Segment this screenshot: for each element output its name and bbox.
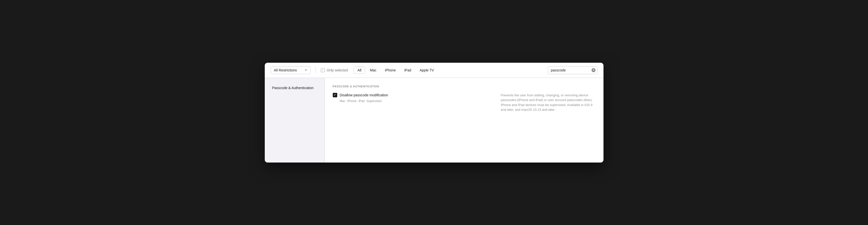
- tag-ipad: iPad: [359, 99, 365, 103]
- content-panel: PASSCODE & AUTHENTICATION Disallow passc…: [324, 78, 603, 163]
- tag-mac: Mac: [340, 99, 345, 103]
- tab-appletv[interactable]: Apple TV: [416, 66, 438, 74]
- chevron-down-icon: ▼: [305, 69, 307, 71]
- only-selected-label: Only selected: [327, 68, 348, 72]
- tag-supervised: Supervised: [367, 99, 381, 103]
- search-container: ✕: [548, 66, 597, 74]
- toolbar: All Restrictions ▼ ✓ Only selected All M…: [265, 63, 603, 78]
- section-title: PASSCODE & AUTHENTICATION: [333, 85, 595, 88]
- only-selected-toggle[interactable]: ✓ Only selected: [321, 68, 348, 72]
- search-input[interactable]: [548, 66, 597, 74]
- only-selected-checkbox-icon: ✓: [321, 68, 325, 72]
- restriction-left: Disallow passcode modification Mac iPhon…: [333, 93, 495, 103]
- tab-mac[interactable]: Mac: [366, 66, 380, 74]
- restriction-name: Disallow passcode modification: [340, 93, 388, 97]
- main-window: All Restrictions ▼ ✓ Only selected All M…: [265, 63, 603, 163]
- dropdown-label: All Restrictions: [274, 68, 297, 72]
- tab-iphone[interactable]: iPhone: [381, 66, 400, 74]
- restrictions-dropdown[interactable]: All Restrictions ▼: [271, 66, 311, 74]
- main-content: Passcode & Authentication PASSCODE & AUT…: [265, 78, 603, 163]
- restriction-header: Disallow passcode modification: [333, 93, 495, 97]
- filter-tabs-group: All Mac iPhone iPad Apple TV: [354, 66, 438, 74]
- tab-ipad[interactable]: iPad: [401, 66, 415, 74]
- sidebar-item-passcode[interactable]: Passcode & Authentication: [270, 84, 319, 92]
- search-clear-icon[interactable]: ✕: [592, 68, 595, 72]
- restriction-tags: Mac iPhone iPad Supervised: [340, 99, 495, 103]
- restriction-description: Prevents the user from adding, changing,…: [501, 93, 595, 112]
- tab-all[interactable]: All: [354, 66, 365, 74]
- tag-iphone: iPhone: [347, 99, 356, 103]
- restriction-row: Disallow passcode modification Mac iPhon…: [333, 93, 595, 116]
- restriction-checkbox[interactable]: [333, 93, 337, 97]
- sidebar: Passcode & Authentication: [265, 78, 324, 163]
